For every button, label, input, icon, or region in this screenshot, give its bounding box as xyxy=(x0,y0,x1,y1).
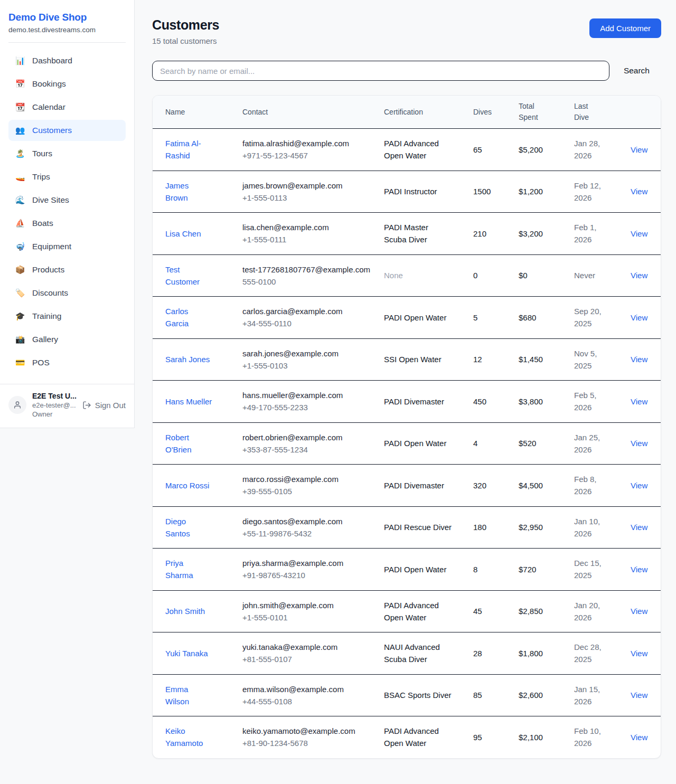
customer-certification: None xyxy=(384,254,473,297)
customer-last-dive: Jan 20, 2026 xyxy=(574,590,631,632)
customer-total-spent: $2,100 xyxy=(519,716,574,758)
customer-certification: PADI Advanced Open Water xyxy=(384,716,473,758)
view-customer-link[interactable]: View xyxy=(631,439,647,448)
sidebar-item-customers[interactable]: 👥 Customers xyxy=(8,120,126,141)
search-row: Search xyxy=(152,61,661,81)
view-customer-link[interactable]: View xyxy=(631,565,647,574)
customers-icon: 👥 xyxy=(15,126,25,135)
customer-certification: PADI Master Scuba Diver xyxy=(384,213,473,255)
sidebar-item-dashboard[interactable]: 📊 Dashboard xyxy=(8,50,126,71)
sidebar-item-tours[interactable]: 🏝️ Tours xyxy=(8,143,126,164)
shop-name: Demo Dive Shop xyxy=(8,12,126,23)
dashboard-icon: 📊 xyxy=(15,56,25,65)
customer-name-link[interactable]: Hans Mueller xyxy=(165,397,212,406)
sign-out-button[interactable]: Sign Out xyxy=(82,401,126,410)
column-header-name: Name xyxy=(153,96,242,129)
table-row: Sarah Jones sarah.jones@example.com +1-5… xyxy=(153,338,661,381)
customer-total-spent: $1,800 xyxy=(519,632,574,675)
customer-contact-cell: fatima.alrashid@example.com +971-55-123-… xyxy=(242,129,384,171)
search-input[interactable] xyxy=(152,61,609,81)
customer-dives: 8 xyxy=(473,549,519,591)
view-customer-link[interactable]: View xyxy=(631,607,647,616)
customer-name-link[interactable]: John Smith xyxy=(165,607,205,616)
sidebar-item-calendar[interactable]: 📆 Calendar xyxy=(8,97,126,118)
view-customer-link[interactable]: View xyxy=(631,229,647,238)
customer-name-link[interactable]: Priya Sharma xyxy=(165,559,193,580)
customer-name-link[interactable]: Carlos Garcia xyxy=(165,307,189,328)
customer-name-link[interactable]: Lisa Chen xyxy=(165,229,201,238)
view-customer-link[interactable]: View xyxy=(631,271,647,280)
sidebar-item-pos[interactable]: 💳 POS xyxy=(8,352,126,373)
sidebar-item-gallery[interactable]: 📸 Gallery xyxy=(8,329,126,350)
customer-phone: +1-555-0101 xyxy=(242,611,372,624)
customer-certification: NAUI Advanced Scuba Diver xyxy=(384,632,473,675)
view-customer-link[interactable]: View xyxy=(631,523,647,532)
customer-name-link[interactable]: Robert O'Brien xyxy=(165,433,192,454)
sidebar-item-dive-sites[interactable]: 🌊 Dive Sites xyxy=(8,190,126,211)
customer-phone: +971-55-123-4567 xyxy=(242,149,372,162)
sidebar-item-label: Discounts xyxy=(32,288,68,298)
view-customer-link[interactable]: View xyxy=(631,649,647,658)
sidebar-item-products[interactable]: 📦 Products xyxy=(8,259,126,280)
view-customer-link[interactable]: View xyxy=(631,187,647,196)
trips-icon: 🚤 xyxy=(15,172,25,182)
customer-last-dive: Never xyxy=(574,254,631,297)
customer-dives: 5 xyxy=(473,297,519,339)
sidebar-item-boats[interactable]: ⛵ Boats xyxy=(8,213,126,234)
customer-phone: +1-555-0103 xyxy=(242,360,372,372)
customer-name-link[interactable]: Fatima Al-Rashid xyxy=(165,139,201,160)
user-info: E2E Test U... e2e-tester@... Owner xyxy=(32,392,77,418)
customer-name-link[interactable]: Keiko Yamamoto xyxy=(165,726,203,748)
view-customer-link[interactable]: View xyxy=(631,481,647,490)
view-customer-link[interactable]: View xyxy=(631,313,647,322)
customer-last-dive: Sep 20, 2025 xyxy=(574,297,631,339)
view-customer-link[interactable]: View xyxy=(631,397,647,406)
table-row: Test Customer test-1772681807767@example… xyxy=(153,254,661,297)
sidebar-item-discounts[interactable]: 🏷️ Discounts xyxy=(8,282,126,304)
view-customer-link[interactable]: View xyxy=(631,691,647,700)
customer-contact-cell: emma.wilson@example.com +44-555-0108 xyxy=(242,674,384,716)
sidebar-item-training[interactable]: 🎓 Training xyxy=(8,306,126,327)
customer-name-link[interactable]: Sarah Jones xyxy=(165,355,210,364)
customer-total-spent: $680 xyxy=(519,297,574,339)
table-row: Fatima Al-Rashid fatima.alrashid@example… xyxy=(153,129,661,171)
sidebar-item-label: Calendar xyxy=(32,102,65,112)
customer-email: fatima.alrashid@example.com xyxy=(242,137,372,149)
customer-phone: +1-555-0113 xyxy=(242,192,372,204)
column-header-total-spent: Total Spent xyxy=(519,96,574,129)
customer-name-link[interactable]: James Brown xyxy=(165,181,189,202)
customer-dives: 45 xyxy=(473,590,519,632)
customer-name-link[interactable]: Yuki Tanaka xyxy=(165,649,208,658)
sidebar-item-bookings[interactable]: 📅 Bookings xyxy=(8,73,126,95)
customer-contact-cell: keiko.yamamoto@example.com +81-90-1234-5… xyxy=(242,716,384,758)
sidebar-header: Demo Dive Shop demo.test.divestreams.com xyxy=(8,8,126,43)
customer-name-link[interactable]: Marco Rossi xyxy=(165,481,209,490)
column-header-certification: Certification xyxy=(384,96,473,129)
customer-phone: +44-555-0108 xyxy=(242,695,372,707)
customer-dives: 12 xyxy=(473,338,519,381)
user-email: e2e-tester@... xyxy=(32,401,77,409)
customer-phone: +81-555-0107 xyxy=(242,653,372,665)
customer-name-link[interactable]: Emma Wilson xyxy=(165,685,189,706)
customer-certification: PADI Advanced Open Water xyxy=(384,590,473,632)
view-customer-link[interactable]: View xyxy=(631,733,647,742)
add-customer-button[interactable]: Add Customer xyxy=(589,18,661,38)
customer-email: john.smith@example.com xyxy=(242,599,372,611)
customer-last-dive: Feb 12, 2026 xyxy=(574,171,631,213)
page-title: Customers xyxy=(152,17,219,33)
customer-name-link[interactable]: Test Customer xyxy=(165,265,200,286)
customer-total-spent: $2,850 xyxy=(519,590,574,632)
customer-name-link[interactable]: Diego Santos xyxy=(165,517,190,538)
customer-email: james.brown@example.com xyxy=(242,180,372,192)
table-row: Yuki Tanaka yuki.tanaka@example.com +81-… xyxy=(153,632,661,675)
customer-total-spent: $1,450 xyxy=(519,338,574,381)
customer-certification: PADI Advanced Open Water xyxy=(384,129,473,171)
view-customer-link[interactable]: View xyxy=(631,355,647,364)
customer-dives: 0 xyxy=(473,254,519,297)
user-role: Owner xyxy=(32,410,77,418)
sidebar-item-equipment[interactable]: 🤿 Equipment xyxy=(8,236,126,257)
view-customer-link[interactable]: View xyxy=(631,145,647,154)
search-button[interactable]: Search xyxy=(624,66,650,75)
sidebar-item-trips[interactable]: 🚤 Trips xyxy=(8,166,126,187)
table-row: Keiko Yamamoto keiko.yamamoto@example.co… xyxy=(153,716,661,758)
